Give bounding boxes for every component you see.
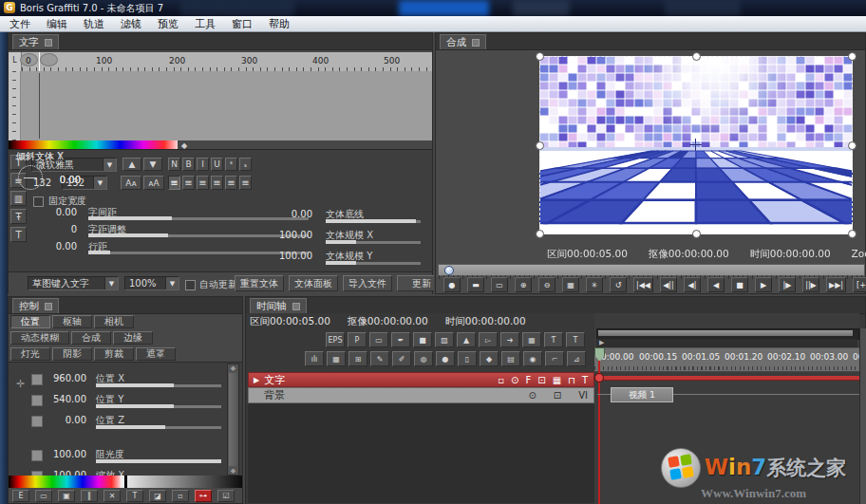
transport-button-step-forward[interactable]: |▶: [779, 277, 796, 292]
keyframe-swatch[interactable]: [31, 450, 43, 461]
transport-button-play[interactable]: ▶: [755, 277, 772, 292]
slider-track[interactable]: [326, 220, 421, 223]
footer-button-reset-font[interactable]: 重置文体: [235, 275, 284, 291]
transport-button-region[interactable]: ▭: [491, 277, 508, 292]
timeline-tool-folder[interactable]: ▻: [479, 332, 498, 347]
control-tool-check[interactable]: ☑: [217, 490, 235, 502]
control-tool-keyframe[interactable]: ⊶: [195, 490, 212, 502]
selection-handle[interactable]: [848, 230, 857, 238]
font-nav-button-font-up[interactable]: ▲: [122, 158, 141, 171]
tool-icon-gradient-style[interactable]: ▥: [10, 191, 27, 206]
window-titlebar[interactable]: G Boris Graffiti 7.0 - 未命名项目 7: [0, 0, 866, 16]
slider-track[interactable]: [326, 241, 421, 244]
tab-text[interactable]: 文字: [12, 34, 59, 49]
margin-handle-right[interactable]: [40, 53, 58, 66]
gradient-rainbow[interactable]: [9, 476, 121, 488]
control-tool-text-box[interactable]: T: [126, 490, 143, 502]
preview-stage[interactable]: [539, 56, 853, 234]
timeline-tool-wire-sphere[interactable]: ◍: [414, 351, 433, 366]
control-tab-motion-blur[interactable]: 动态模糊: [10, 331, 69, 345]
param-slider[interactable]: [96, 384, 221, 387]
text-edit-area[interactable]: [9, 71, 432, 140]
menu-item[interactable]: 滤镜: [121, 17, 141, 31]
align-button-align-top[interactable]: ≡: [225, 176, 237, 190]
menu-item[interactable]: 轨道: [84, 17, 104, 31]
transport-button-zoom-out[interactable]: ⊖: [538, 277, 555, 292]
timeline-tool-sphere[interactable]: ●: [436, 351, 455, 366]
param-slider[interactable]: [96, 460, 221, 463]
align-button-align-center[interactable]: ≡: [182, 176, 195, 190]
transport-button-record[interactable]: ●: [443, 277, 461, 292]
track-icon-image[interactable]: ▦: [553, 375, 561, 385]
param-slider[interactable]: [96, 405, 221, 408]
tab-timeline[interactable]: 时间轴: [250, 298, 307, 313]
timeline-vscrollbar[interactable]: [859, 328, 866, 504]
color-spectrum-bar[interactable]: [9, 140, 178, 149]
tab-composite[interactable]: 合成: [440, 34, 486, 49]
keyframe-swatch[interactable]: [31, 374, 43, 385]
tab-box-icon[interactable]: [292, 303, 300, 310]
param-value[interactable]: 540.00: [45, 394, 86, 404]
tab-box-icon[interactable]: [472, 39, 480, 47]
control-tool-bars[interactable]: ‖: [81, 490, 98, 502]
selection-handle[interactable]: [536, 141, 544, 150]
control-tab-edge[interactable]: 边缘: [113, 331, 153, 345]
control-tab-position[interactable]: 位置: [10, 315, 50, 328]
timeline-tool-diamond[interactable]: ◆: [480, 351, 499, 366]
timeline-tool-text[interactable]: T: [566, 332, 585, 347]
timeline-tool-cylinder[interactable]: ▯: [458, 351, 477, 366]
menu-item[interactable]: 文件: [9, 17, 30, 31]
control-tab-crop[interactable]: 剪裁: [94, 347, 134, 361]
timeline-tool-tree[interactable]: ▲: [457, 332, 476, 347]
style-button-subscript[interactable]: ₛ: [239, 158, 252, 171]
timeline-tool-pen-nib[interactable]: ✒: [391, 332, 410, 347]
transport-button-sparkle[interactable]: ✳: [586, 277, 603, 292]
gradient-grayscale[interactable]: [121, 476, 242, 488]
align-button-align-justify[interactable]: ≡: [211, 176, 223, 190]
track-icon-swatch[interactable]: ▫: [498, 375, 504, 385]
style-button-italic[interactable]: I: [197, 158, 209, 171]
selection-handle[interactable]: [848, 52, 857, 61]
control-tab-composite[interactable]: 合成: [71, 331, 111, 345]
align-button-align-bottom[interactable]: ≡: [239, 176, 252, 190]
transport-button-stop[interactable]: ■: [731, 277, 748, 292]
timeline-tool-media[interactable]: ▤: [501, 351, 520, 366]
track-text-row[interactable]: ▶ 文字 ▫⊙F⊡▦⊓T: [248, 372, 594, 387]
timeline-tool-image-transform[interactable]: ⊞: [348, 351, 367, 366]
timeline-tool-spot[interactable]: ◉: [523, 351, 542, 366]
footer-button-update[interactable]: 更新: [397, 275, 434, 291]
entry-mode-dropdown[interactable]: 草图键入文字 ▼: [28, 276, 119, 290]
timeline-tool-histogram[interactable]: ⊿: [567, 351, 586, 366]
transport-button-mark-in[interactable]: [+: [853, 277, 866, 292]
transport-button-zoom-in[interactable]: ⊕: [515, 277, 532, 292]
tab-box-icon[interactable]: [45, 39, 52, 47]
control-tab-camera[interactable]: 相机: [94, 315, 134, 328]
selection-handle[interactable]: [536, 52, 544, 61]
transport-button-prev-key[interactable]: ◀||: [660, 277, 677, 292]
timeline-tool-pencil[interactable]: ✎: [370, 351, 389, 366]
timeline-tool-italic-text[interactable]: Ƭ: [544, 332, 563, 347]
slider-value[interactable]: 100.00: [273, 251, 312, 261]
slider-value[interactable]: 0.00: [273, 209, 312, 219]
timeline-tool-eps[interactable]: EPS: [326, 332, 345, 347]
selection-handle[interactable]: [536, 230, 544, 238]
tab-box-icon[interactable]: [45, 303, 52, 310]
control-tool-frame-dot[interactable]: ▣: [58, 490, 75, 502]
footer-button-import-file[interactable]: 导入文件: [343, 275, 392, 291]
track-icon-type[interactable]: T: [582, 375, 588, 385]
selection-handle[interactable]: [848, 141, 857, 150]
gradient-editor-bar[interactable]: [9, 476, 242, 488]
marker-strip[interactable]: ▶: [596, 339, 857, 347]
control-tab-pivot[interactable]: 枢轴: [52, 315, 92, 328]
param-slider[interactable]: [96, 426, 221, 429]
time-ruler[interactable]: 0:00.0000:00.1500:01.0500:01.2000:02.100…: [594, 347, 859, 372]
transport-button-flag[interactable]: ▬: [467, 277, 484, 292]
selection-handle[interactable]: [692, 52, 701, 61]
video-clip[interactable]: 视频 1: [611, 387, 673, 402]
track-icon-video-badge[interactable]: VI: [578, 390, 588, 401]
transport-button-go-start[interactable]: |◀◀: [633, 277, 653, 292]
footer-button-font-panel[interactable]: 文体面板: [289, 275, 338, 291]
control-tool-slant[interactable]: ◪: [149, 490, 166, 502]
track-icon-eye[interactable]: ⊙: [528, 390, 536, 401]
expander-icon[interactable]: ▶: [254, 376, 259, 384]
